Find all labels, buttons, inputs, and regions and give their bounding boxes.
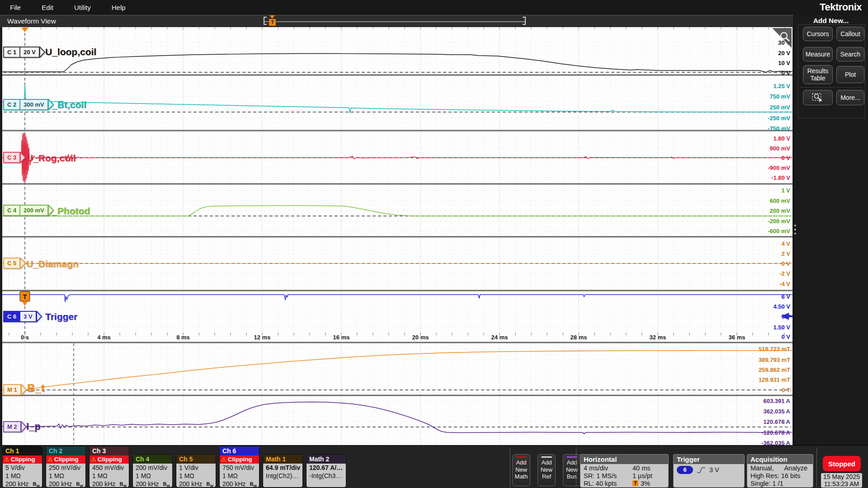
waveform-trace-c5 [2,263,792,263]
waveform-plot[interactable]: T C 1 20 V C 2 300 mV C 3 C 4 200 mV C 5… [2,27,793,445]
badge-header: Ch 4 [133,455,172,464]
time-axis-label: 4 ms [86,334,122,341]
axis-scale-label: 0 V [781,333,790,340]
channel-badge-c3[interactable]: C 3 [3,152,26,163]
axis-scale-label: 389.793 mT [759,357,790,363]
waveform-trace-m2 [2,402,792,434]
badge-tip [21,421,27,432]
channel-badge-ch6[interactable]: Ch 6 ⚠Clipping 750 mV/div 1 MΩ 200 kHzBW [219,446,259,488]
add-new-ref-button[interactable]: Add New Ref [538,454,556,486]
measure-button[interactable]: Measure [803,47,833,61]
badge-impedance: 1 MΩ [90,472,129,480]
math-badge-m1[interactable]: M 1 [3,384,27,395]
search-button[interactable]: Search [836,47,864,61]
add-new-math-button[interactable]: Add New Math [512,454,530,486]
panel-drag-handle[interactable] [794,222,797,237]
horizontal-pane-title: Horizontal [580,455,668,464]
channel-name-label[interactable]: U_loop,coil [45,47,96,57]
trigger-flag-letter: T [23,293,27,300]
channel-name-label[interactable]: Trigger [45,311,77,322]
channel-badge-c5[interactable]: C 5 [3,258,26,269]
record-overview-line[interactable] [264,21,526,22]
badge-bandwidth: 200 kHzBW [176,480,216,488]
channel-name-label[interactable]: I_p [26,421,41,432]
divider [510,447,510,487]
cursors-button[interactable]: Cursors [803,27,833,41]
waveform-canvas[interactable]: T [2,27,793,445]
channel-badge-ch3[interactable]: Ch 3 ⚠Clipping 450 mV/div 1 MΩ 200 kHzBW [89,446,129,488]
badge-scale: 5 V/div [3,464,42,472]
zoom-tool-icon[interactable] [770,27,793,49]
bw-limit-icon: BW [163,480,170,488]
axis-scale-label: 4 V [781,240,790,247]
math-badge-m2[interactable]: M 2 [3,421,27,432]
axis-scale-label: 6 V [781,293,790,300]
menu-file[interactable]: File [10,4,21,11]
axis-scale-label: 0 T [782,387,790,394]
menu-utility[interactable]: Utility [74,4,91,11]
acquisition-pane-title: Acquisition [747,455,813,464]
waveform-trace-c6 [2,295,792,302]
channel-name-label[interactable]: U_Rog,coil [26,153,76,164]
run-stop-status-button[interactable]: Stopped [823,456,861,471]
record-length: RL: 40 kpts [584,480,632,487]
channel-badge-id: C 2 [3,99,20,110]
sidebar-divider [800,87,862,88]
axis-scale-label: 259.862 mT [759,366,790,373]
time: 11:53:23 AM [821,480,862,488]
math-badge-math2[interactable]: Math 2 120.67 A/… -Intg(Ch3… [306,454,346,488]
time-axis-label: 24 ms [481,334,518,341]
channel-badge-c4[interactable]: C 4 200 mV [3,205,54,216]
trigger-level-arrow[interactable] [780,312,793,321]
tab-waveform-view[interactable]: Waveform View [7,15,56,27]
sample-rate: SR: 1 MS/s [584,472,632,479]
channel-badge-ch5[interactable]: Ch 5 1 V/div 1 MΩ 200 kHzBW [176,454,216,488]
channel-badge-ch2[interactable]: Ch 2 ⚠Clipping 250 mV/div 1 MΩ 200 kHzBW [46,446,86,488]
date: 15 May 2025 [821,473,862,480]
trigger-position-percent: 3% [641,480,650,487]
trigger-position-flag[interactable]: T [269,19,276,26]
add-new-title: Add New... [794,17,868,25]
callout-button[interactable]: Callout [836,27,864,41]
warning-icon: ⚠ [221,455,226,464]
axis-scale-label: 129.931 mT [759,376,790,383]
channel-name-label[interactable]: U_Diamagn [26,258,79,269]
badge-impedance: 1 MΩ [133,472,172,480]
badge-scale: 450 mV/div [90,464,129,472]
warning-icon: ⚠ [91,455,96,464]
badge-expression: Intg(Ch2)… [263,472,302,480]
zoom-mode-button[interactable] [803,90,833,105]
waveform-trace-c2 [2,85,792,113]
channel-badge-c6[interactable]: C 6 3 V [3,311,42,322]
horizontal-pane[interactable]: Horizontal 4 ms/div40 ms SR: 1 MS/s1 µs/… [580,454,669,488]
menu-edit[interactable]: Edit [42,4,53,11]
axis-scale-label: 4.50 V [773,303,790,310]
math-badge-math1[interactable]: Math 1 64.9 mT/div Intg(Ch2)… [263,454,303,488]
add-new-bus-button[interactable]: Add New Bus [563,454,581,486]
badge-bandwidth: 200 kHzBW [90,480,129,488]
axis-scale-label: 750 mV [769,93,790,100]
acq-analyze: Analyze [784,465,807,472]
axis-scale-label: -120.678 A [761,429,790,436]
channel-badge-id: C 4 [3,205,20,216]
divider [576,447,576,487]
plot-button[interactable]: Plot [836,66,864,83]
channel-name-label[interactable]: B_t [27,382,45,394]
axis-scale-label: -2 V [779,270,790,277]
axis-scale-label: 603.391 A [763,398,790,404]
time-axis-label: 16 ms [323,334,359,341]
more-button[interactable]: More... [836,90,864,105]
channel-badge-ch1[interactable]: Ch 1 ⚠Clipping 5 V/div 1 MΩ 200 kHzBW [2,446,42,488]
axis-scale-label: 10 V [778,60,790,66]
clipping-warning: ⚠Clipping [46,455,85,464]
menu-help[interactable]: Help [112,4,126,11]
trigger-pane[interactable]: Trigger 6 3 V [673,454,745,488]
results-table-button[interactable]: Results Table [803,65,833,84]
bottom-bar: Ch 1 ⚠Clipping 5 V/div 1 MΩ 200 kHzBW Ch… [0,445,868,488]
channel-badge-c1[interactable]: C 1 20 V [3,47,46,58]
trigger-position-marker [21,28,28,32]
axis-scale-label: 0 V [781,260,790,267]
channel-badge-ch4[interactable]: Ch 4 200 mV/div 1 MΩ 200 kHzBW [132,454,173,488]
acquisition-pane[interactable]: Acquisition Manual,Analyze High Res: 16 … [747,454,813,488]
channel-badge-c2[interactable]: C 2 300 mV [3,99,54,110]
